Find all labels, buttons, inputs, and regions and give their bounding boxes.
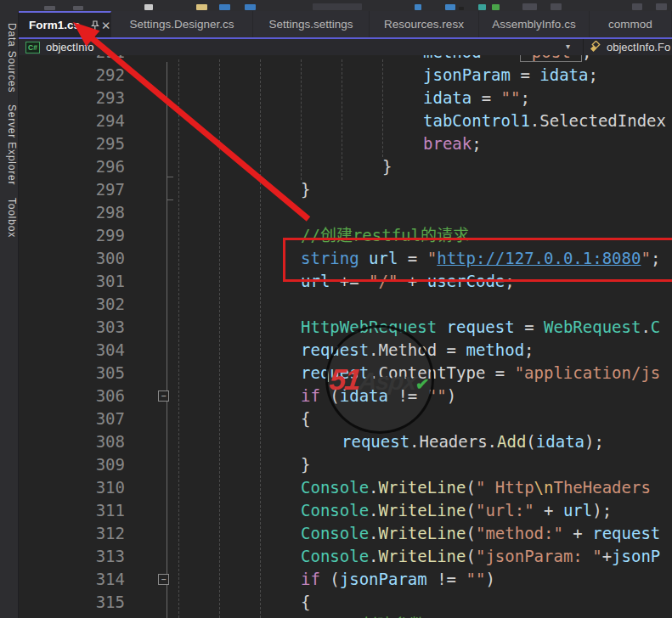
code-line-300[interactable]: 300string url = "http://127.0.0.1:8080";	[19, 247, 672, 270]
save-all-icon[interactable]	[245, 4, 256, 10]
code-line-301[interactable]: 301url += "/" + userCode;	[19, 270, 672, 293]
code-line-292[interactable]: 292jsonParam = idata;	[19, 64, 672, 87]
code-line-302[interactable]: 302	[19, 293, 672, 316]
token-method: WriteLine	[379, 547, 466, 565]
token-var: url	[301, 272, 330, 290]
token-plain: (	[466, 547, 475, 565]
sidebar-item-data-sources[interactable]: Data Sources	[0, 23, 18, 93]
line-number: 302	[19, 293, 125, 316]
line-text: //创建参数	[342, 614, 426, 618]
fold-toggle[interactable]: −	[158, 390, 169, 402]
toolbar-icon[interactable]	[492, 4, 500, 10]
code-line-308[interactable]: 308request.Headers.Add(idata);	[19, 430, 672, 453]
line-text: HttpWebRequest request = WebRequest.C	[301, 316, 660, 339]
tab-settings-settings[interactable]: Settings.settings	[253, 11, 370, 37]
new-file-icon[interactable]	[144, 4, 153, 10]
divider	[583, 39, 584, 55]
code-line-303[interactable]: 303HttpWebRequest request = WebRequest.C	[19, 316, 672, 339]
token-plain	[359, 249, 369, 267]
line-number: 296	[19, 155, 125, 178]
code-line-307[interactable]: 307{	[19, 407, 672, 430]
navigation-bar: C# objectInfo ▾ objectInfo.Fo	[19, 39, 672, 55]
toolbar-icon[interactable]	[44, 6, 55, 10]
code-line-312[interactable]: 312Console.WriteLine("method:" + request	[19, 522, 672, 545]
pin-icon[interactable]	[90, 19, 99, 32]
token-plain: .	[369, 478, 378, 497]
code-line-315[interactable]: 315{	[19, 591, 672, 614]
code-line-313[interactable]: 313Console.WriteLine("jsonParam: "+jsonP	[19, 545, 672, 568]
tab-assemblyinfo-cs[interactable]: AssemblyInfo.cs	[479, 11, 590, 37]
token-ctrl: if	[301, 570, 320, 588]
line-text: request.ContentType = "application/js	[301, 362, 660, 385]
token-plain: (	[466, 478, 475, 497]
code-line-304[interactable]: 304request.Method = method;	[19, 339, 672, 362]
token-plain: .	[369, 524, 378, 542]
toolbar-icon[interactable]	[522, 3, 537, 10]
toolbar-icon[interactable]	[73, 6, 83, 10]
sidebar-item-server-explorer[interactable]: Server Explorer	[0, 104, 18, 185]
toolbar-icon[interactable]	[551, 3, 562, 10]
tab-commod[interactable]: commod	[590, 11, 672, 37]
line-number: 304	[19, 339, 125, 362]
code-line-311[interactable]: 311Console.WriteLine("url:" + url);	[19, 499, 672, 522]
token-var: idata	[340, 386, 388, 405]
token-var: request	[301, 340, 369, 359]
code-line-299[interactable]: 299//创建restful的请求	[19, 224, 672, 247]
fold-toggle[interactable]: −	[158, 574, 169, 585]
code-editor[interactable]: 291method = "post";292jsonParam = idata;…	[19, 55, 672, 618]
tab-resources-resx[interactable]: Resources.resx	[370, 11, 479, 37]
token-plain: ;	[520, 88, 529, 107]
line-text: Console.WriteLine("method:" + request	[301, 522, 660, 545]
token-type: Console	[301, 524, 369, 542]
open-folder-icon[interactable]	[196, 4, 207, 10]
navigate-icon[interactable]	[415, 4, 421, 10]
line-number: 291	[19, 55, 125, 64]
dropdown-caret-icon[interactable]	[459, 7, 464, 10]
toolbar-icon[interactable]	[632, 3, 642, 10]
code-line-310[interactable]: 310Console.WriteLine(" Http\nTheHeaders	[19, 476, 672, 499]
code-line-306[interactable]: 306if (idata != "")	[19, 385, 672, 407]
code-line-298[interactable]: 298	[19, 201, 672, 224]
toolbar-icon[interactable]	[656, 3, 667, 10]
line-text: jsonParam = idata;	[423, 64, 598, 87]
tab-settings-designer-cs[interactable]: Settings.Designer.cs	[111, 11, 253, 37]
token-ctrl: break	[423, 134, 472, 153]
start-debug-icon[interactable]	[445, 4, 455, 10]
type-dropdown[interactable]: objectInfo.Fo	[607, 41, 670, 53]
code-line-316[interactable]: 316//创建参数	[19, 614, 672, 618]
token-plain: =	[472, 88, 500, 107]
code-line-309[interactable]: 309}	[19, 453, 672, 476]
token-plain: .Headers.	[409, 432, 497, 451]
save-icon[interactable]	[219, 4, 230, 10]
code-line-295[interactable]: 295break;	[19, 132, 672, 155]
line-text: }	[382, 155, 392, 178]
token-plain: (	[526, 432, 535, 451]
code-line-294[interactable]: 294tabControl1.SelectedIndex	[19, 110, 672, 132]
line-text: Console.WriteLine(" Http\nTheHeaders	[301, 476, 660, 499]
code-line-291[interactable]: 291method = "post";	[19, 55, 672, 64]
toolbar-icon[interactable]	[478, 4, 486, 10]
token-plain: .ContentType =	[369, 363, 515, 382]
line-number: 313	[19, 545, 125, 568]
tab-label: Settings.Designer.cs	[129, 18, 234, 31]
line-text: request.Method = method;	[301, 339, 534, 362]
token-plain: }	[382, 157, 392, 176]
code-line-297[interactable]: 297}	[19, 178, 672, 201]
code-line-293[interactable]: 293idata = "";	[19, 87, 672, 110]
code-line-314[interactable]: 314if (jsonParam != "")	[19, 568, 672, 591]
toolbar-combobox[interactable]	[313, 3, 362, 10]
project-dropdown[interactable]: objectInfo	[46, 41, 93, 53]
sidebar-item-toolbox[interactable]: Toolbox	[0, 198, 18, 238]
tab-label: Form1.cs	[29, 19, 80, 31]
tab-form1-cs[interactable]: Form1.cs✕	[19, 11, 111, 37]
document-tab-bar: Form1.cs✕Settings.Designer.csSettings.se…	[19, 11, 672, 37]
main-toolbar	[0, 0, 672, 11]
close-icon[interactable]: ✕	[101, 19, 110, 32]
code-line-296[interactable]: 296}	[19, 155, 672, 178]
token-plain: .	[641, 317, 650, 336]
code-line-305[interactable]: 305request.ContentType = "application/js	[19, 362, 672, 385]
chevron-down-icon[interactable]: ▾	[566, 42, 570, 51]
token-str: "/"	[369, 272, 398, 290]
line-number: 301	[19, 270, 125, 293]
line-text: break;	[423, 132, 482, 155]
